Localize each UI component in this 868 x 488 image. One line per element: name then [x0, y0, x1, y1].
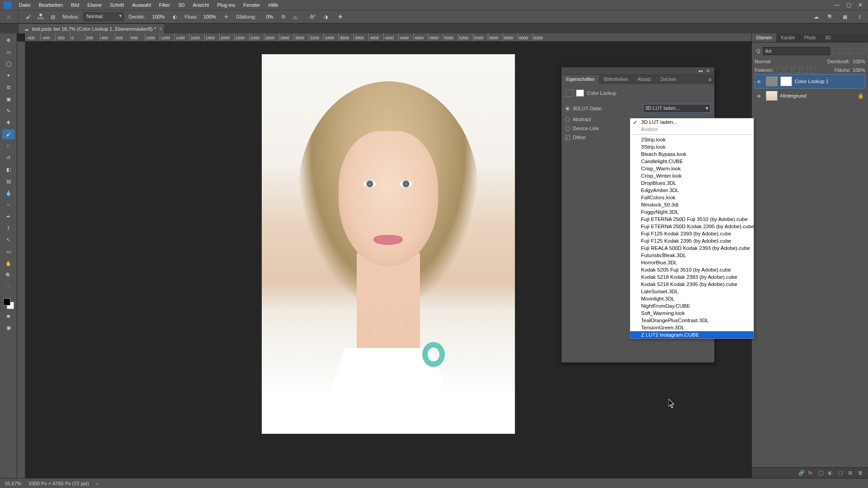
menu-fenster[interactable]: Fenster	[240, 1, 264, 9]
tab-absatz[interactable]: Absatz	[633, 75, 656, 84]
tab-close-icon[interactable]: ✕	[159, 26, 162, 31]
group-icon[interactable]: ▢	[838, 470, 844, 476]
menu-filter[interactable]: Filter	[156, 1, 174, 9]
move-tool-icon[interactable]: ✥	[2, 35, 15, 45]
fill-value[interactable]: 100%	[853, 67, 865, 73]
lut-item[interactable]: NightFromDay.CUBE	[630, 302, 754, 310]
lock-artboard-icon[interactable]	[802, 67, 808, 73]
status-chevron-icon[interactable]: ›	[96, 481, 98, 486]
lut-item[interactable]: EdgyAmber.3DL	[630, 187, 754, 194]
menu-auswahl[interactable]: Auswahl	[128, 1, 155, 9]
home-icon[interactable]: ⌂	[4, 12, 14, 22]
filter-adjust-icon[interactable]	[842, 48, 849, 54]
tab-eigenschaften[interactable]: Eigenschaften	[561, 75, 599, 84]
lut-item[interactable]: Fuji F125 Kodak 2395 (by Adobe).cube	[630, 237, 754, 244]
lock-transparency-icon[interactable]	[777, 67, 783, 73]
screenmode-icon[interactable]: ▣	[2, 323, 15, 333]
menu-ansicht[interactable]: Ansicht	[189, 1, 212, 9]
history-brush-icon[interactable]: ↺	[2, 153, 15, 163]
link-layers-icon[interactable]: 🔗	[798, 470, 805, 476]
lut-item[interactable]: 3Strip.look	[630, 143, 754, 150]
angle-value[interactable]: -5°	[303, 14, 316, 19]
marquee-tool-icon[interactable]: ▭	[2, 47, 15, 57]
tab-kanaele[interactable]: Kanäle	[776, 33, 799, 42]
eyedropper-tool-icon[interactable]: ✎	[2, 106, 15, 116]
menu-bild[interactable]: Bild	[67, 1, 83, 9]
lut-item[interactable]: Z LUT2 Instagram.CUBE	[630, 331, 754, 338]
zoom-tool-icon[interactable]: 🔍	[2, 270, 15, 280]
menu-plugins[interactable]: Plug-ins	[213, 1, 239, 9]
color-swatch[interactable]	[3, 298, 14, 309]
lut-item[interactable]: Soft_Warming.look	[630, 310, 754, 317]
radio-3dlut[interactable]	[565, 106, 570, 111]
menu-schrift[interactable]: Schrift	[106, 1, 127, 9]
brush-tool-icon[interactable]: 🖌	[2, 129, 15, 139]
blur-tool-icon[interactable]: 💧	[2, 188, 15, 198]
lut-item[interactable]: TealOrangePlusContrast.3DL	[630, 317, 754, 324]
dodge-tool-icon[interactable]: ○	[2, 200, 15, 210]
layer-filter-input[interactable]	[763, 47, 830, 55]
visibility-icon[interactable]	[757, 94, 763, 98]
lut-item[interactable]: Crisp_Winter.look	[630, 172, 754, 179]
lock-all-icon[interactable]	[810, 67, 816, 73]
lut-item[interactable]: FallColors.look	[630, 194, 754, 201]
eraser-tool-icon[interactable]: ◧	[2, 164, 15, 174]
tab-zeichen[interactable]: Zeichen	[656, 75, 681, 84]
filter-pixel-icon[interactable]	[833, 48, 840, 54]
symmetry-icon[interactable]: ❖	[335, 12, 345, 22]
lut-item[interactable]: Kodak 5205 Fuji 3510 (by Adobe).cube	[630, 266, 754, 273]
layer-opacity-value[interactable]: 100%	[853, 59, 865, 64]
lut-item[interactable]: FoggyNight.3DL	[630, 208, 754, 216]
layer-mask-icon[interactable]	[780, 76, 792, 86]
lasso-tool-icon[interactable]: ◯	[2, 59, 15, 69]
lock-position-icon[interactable]	[793, 67, 800, 73]
lut-item[interactable]: Kodak 5218 Kodak 2383 (by Adobe).cube	[630, 273, 754, 281]
flow-value[interactable]: 100%	[203, 14, 217, 19]
cloud-icon[interactable]: ☁	[811, 12, 821, 22]
fx-icon[interactable]: fx	[808, 470, 815, 476]
airbrush-icon[interactable]: ✈	[222, 12, 231, 22]
workspace-icon[interactable]: ▦	[840, 12, 850, 22]
menu-bearbeiten[interactable]: Bearbeiten	[35, 1, 66, 9]
lut-item[interactable]: Crisp_Warm.look	[630, 165, 754, 172]
shape-tool-icon[interactable]: ▭	[2, 247, 15, 257]
radio-abstract[interactable]	[565, 117, 570, 122]
radio-devicelink[interactable]	[565, 126, 570, 131]
window-maximize-button[interactable]: ▢	[844, 2, 853, 8]
tab-ebenen[interactable]: Ebenen	[752, 33, 776, 42]
ruler-vertical[interactable]	[17, 42, 25, 478]
opacity-value[interactable]: 100%	[151, 14, 165, 19]
tab-pfade[interactable]: Pfade	[800, 33, 821, 42]
menu-ebene[interactable]: Ebene	[84, 1, 105, 9]
lut-file-dropdown[interactable]: 3D LUT laden...	[643, 104, 711, 113]
lut-item[interactable]: Fuji ETERNA 250D Kodak 2395 (by Adobe).c…	[630, 223, 754, 230]
pressure-opacity-icon[interactable]: ◐	[170, 12, 180, 22]
panel-menu-icon[interactable]: ≡	[706, 75, 714, 84]
document-tab[interactable]: ☁ test.psdc bei 16,7% (Color Lookup 1, E…	[19, 24, 165, 33]
smoothing-options-icon[interactable]: ⚙	[278, 12, 288, 22]
lut-item[interactable]: HorrorBlue.3DL	[630, 259, 754, 266]
collapse-icon[interactable]: ◂◂	[698, 68, 703, 74]
adjustment-icon[interactable]: ◐	[828, 470, 835, 476]
zoom-level[interactable]: 16,67%	[5, 481, 21, 486]
wand-tool-icon[interactable]: ✦	[2, 70, 15, 80]
window-minimize-button[interactable]: —	[833, 2, 841, 8]
brush-tool-icon[interactable]: 🖌	[23, 12, 33, 22]
path-tool-icon[interactable]: ↖	[2, 235, 15, 245]
pressure-size-icon[interactable]: ◑	[321, 12, 331, 22]
mask-icon[interactable]: ◯	[818, 470, 825, 476]
lut-item[interactable]: LateSunset.3DL	[630, 288, 754, 295]
layer-name[interactable]: Color Lookup 1	[795, 79, 863, 84]
lut-item[interactable]: 2Strip.look	[630, 136, 754, 143]
brush-preset-icon[interactable]: ▧	[48, 12, 58, 22]
lut-item[interactable]: Fuji ETERNA 250D Fuji 3510 (by Adobe).cu…	[630, 216, 754, 223]
lut-item[interactable]: TensionGreen.3DL	[630, 324, 754, 331]
lut-item[interactable]: Fuji REALA 500D Kodak 2393 (by Adobe).cu…	[630, 244, 754, 252]
quickmask-icon[interactable]: ◙	[2, 311, 15, 321]
delete-icon[interactable]: 🗑	[858, 470, 864, 476]
crop-tool-icon[interactable]: ⧉	[2, 82, 15, 92]
new-layer-icon[interactable]: ⊞	[848, 470, 854, 476]
tab-3d[interactable]: 3D	[821, 33, 835, 42]
tab-bibliotheken[interactable]: Bibliotheken	[599, 75, 632, 84]
layer-blend-dropdown[interactable]: Normal	[755, 59, 825, 64]
